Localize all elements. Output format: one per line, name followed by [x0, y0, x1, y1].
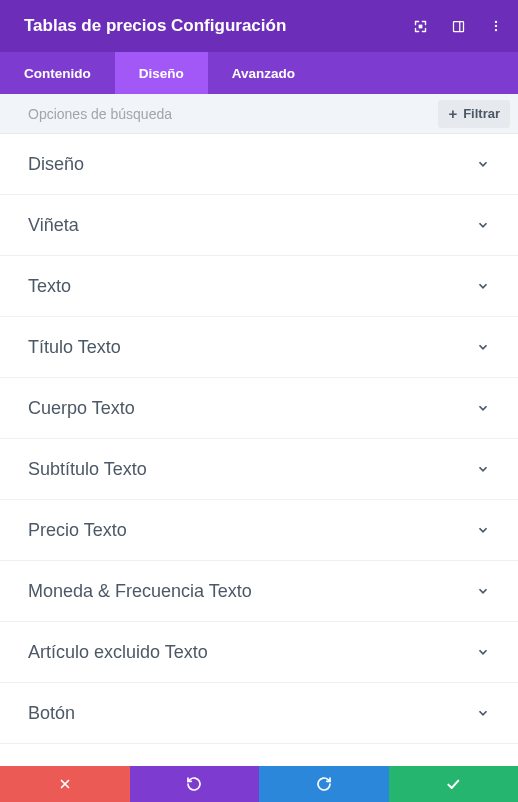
section-label: Texto: [28, 276, 71, 297]
modal-title: Tablas de precios Configuración: [24, 16, 412, 36]
section-label: Artículo excluido Texto: [28, 642, 208, 663]
svg-rect-0: [418, 24, 422, 28]
chevron-down-icon: [476, 706, 490, 720]
chevron-down-icon: [476, 523, 490, 537]
snap-icon[interactable]: [450, 18, 466, 34]
section-label: Precio Texto: [28, 520, 127, 541]
section-toggle[interactable]: Texto: [0, 256, 518, 317]
section-toggle[interactable]: Subtítulo Texto: [0, 439, 518, 500]
chevron-down-icon: [476, 340, 490, 354]
section-toggle[interactable]: Diseño: [0, 134, 518, 195]
undo-button[interactable]: [130, 766, 260, 802]
more-icon[interactable]: [488, 18, 504, 34]
section-label: Botón: [28, 703, 75, 724]
svg-point-5: [495, 29, 497, 31]
section-label: Título Texto: [28, 337, 121, 358]
search-row: + Filtrar: [0, 94, 518, 134]
save-button[interactable]: [389, 766, 519, 802]
chevron-down-icon: [476, 645, 490, 659]
modal-header: Tablas de precios Configuración: [0, 0, 518, 52]
chevron-down-icon: [476, 279, 490, 293]
sections-list: Diseño Viñeta Texto Título Texto Cuerpo …: [0, 134, 518, 766]
expand-icon[interactable]: [412, 18, 428, 34]
redo-button[interactable]: [259, 766, 389, 802]
tab-bar: Contenido Diseño Avanzado: [0, 52, 518, 94]
plus-icon: +: [448, 105, 457, 122]
chevron-down-icon: [476, 462, 490, 476]
svg-rect-1: [453, 21, 463, 31]
tab-content[interactable]: Contenido: [0, 52, 115, 94]
tab-design[interactable]: Diseño: [115, 52, 208, 94]
section-label: Moneda & Frecuencia Texto: [28, 581, 252, 602]
section-toggle[interactable]: Artículo excluido Texto: [0, 622, 518, 683]
filter-label: Filtrar: [463, 106, 500, 121]
section-toggle[interactable]: Título Texto: [0, 317, 518, 378]
section-toggle[interactable]: Viñeta: [0, 195, 518, 256]
section-label: Subtítulo Texto: [28, 459, 147, 480]
filter-button[interactable]: + Filtrar: [438, 100, 510, 128]
section-label: Viñeta: [28, 215, 79, 236]
section-toggle[interactable]: Cuerpo Texto: [0, 378, 518, 439]
search-input[interactable]: [0, 94, 438, 133]
svg-point-3: [495, 21, 497, 23]
section-label: Diseño: [28, 154, 84, 175]
footer-actions: [0, 766, 518, 802]
cancel-button[interactable]: [0, 766, 130, 802]
chevron-down-icon: [476, 584, 490, 598]
svg-point-4: [495, 25, 497, 27]
header-actions: [412, 18, 504, 34]
chevron-down-icon: [476, 218, 490, 232]
chevron-down-icon: [476, 157, 490, 171]
section-label: Cuerpo Texto: [28, 398, 135, 419]
section-toggle[interactable]: Moneda & Frecuencia Texto: [0, 561, 518, 622]
section-toggle[interactable]: Precio Texto: [0, 500, 518, 561]
chevron-down-icon: [476, 401, 490, 415]
tab-advanced[interactable]: Avanzado: [208, 52, 319, 94]
section-toggle[interactable]: Botón: [0, 683, 518, 744]
